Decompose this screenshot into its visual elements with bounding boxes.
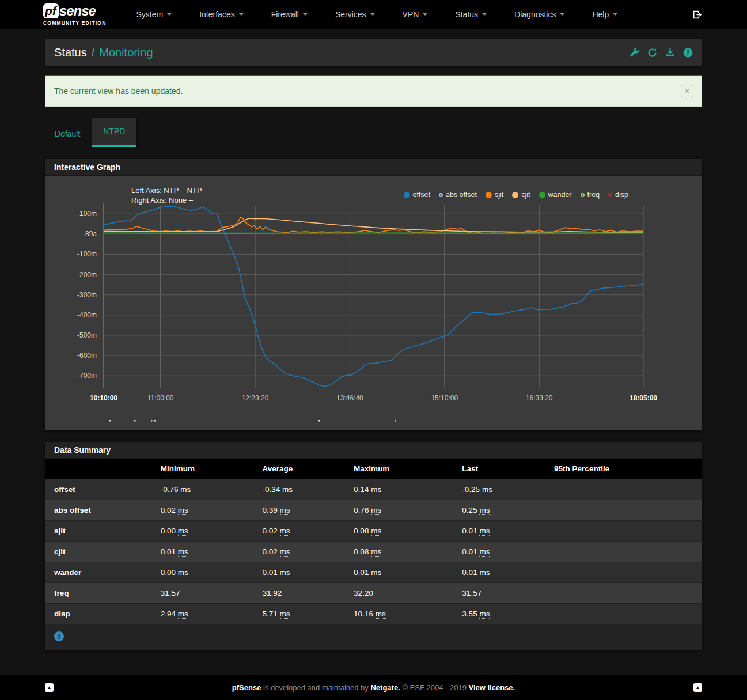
table-cell: 31.57 [461,583,553,604]
series-line-cjit [104,218,643,232]
legend-label: sjit [495,191,503,199]
table-cell: -0.76 ms [160,479,262,500]
nav-item-help[interactable]: Help [578,0,631,29]
graph-panel-title: Interactive Graph [45,159,702,176]
y-axis-tick-label: -700m [77,372,97,380]
scroll-top-icon[interactable]: ▲ [693,683,702,692]
data-summary-title: Data Summary [45,442,702,459]
column-header: Minimum [160,459,262,479]
logout-button[interactable] [692,10,702,20]
legend-dot-icon [486,192,492,198]
chevron-down-icon [560,13,564,16]
chart-right-axis-title: Right Axis: None – [131,195,202,205]
table-cell: 0.01 ms [353,562,461,583]
table-cell: 0.25 ms [461,500,553,521]
update-alert: The current view has been updated. × [45,75,702,107]
unit-label: ms [280,506,290,515]
unit-label: ms [479,547,490,557]
table-cell: 0.08 ms [353,521,461,542]
legend-item-sjit[interactable]: sjit [486,191,503,199]
footer-link[interactable]: View license. [468,683,515,692]
chart-legend: offsetabs offsetsjitcjitwanderfreqdisp [404,191,628,199]
table-row: sjit0.00 ms0.02 ms0.08 ms0.01 ms [45,521,702,542]
nav-item-label: Status [455,10,478,19]
info-icon[interactable]: i [54,631,64,641]
table-cell [553,583,702,604]
column-header: 95th Percentile [553,459,702,479]
breadcrumb-page-link[interactable]: Monitoring [99,46,153,59]
legend-item-disp[interactable]: disp [608,191,628,199]
table-cell: 3.55 ms [461,604,553,625]
footer-link[interactable]: Netgate. [370,683,400,692]
table-row: abs offset0.02 ms0.39 ms0.76 ms0.25 ms [45,500,702,521]
table-cell: 0.01 ms [461,562,553,583]
nav-item-vpn[interactable]: VPN [389,0,442,29]
y-axis-tick-label: -600m [77,351,97,360]
tab-ntpd[interactable]: NTPD [92,118,136,147]
nav-item-status[interactable]: Status [441,0,500,29]
nav-item-diagnostics[interactable]: Diagnostics [500,0,578,29]
wrench-icon[interactable] [629,48,639,58]
y-axis-tick-label: -300m [77,291,97,299]
nav-item-services[interactable]: Services [321,0,389,29]
legend-dot-icon [539,192,545,198]
chart-axis-titles: Left Axis: NTP – NTP Right Axis: None – [131,186,202,205]
legend-label: offset [413,191,430,199]
footer-link[interactable]: pfSense [232,683,261,692]
unit-label: ms [280,547,290,557]
y-axis-tick-label: -100m [77,250,97,258]
unit-label: ms [280,568,290,577]
table-cell: 0.01 ms [461,521,553,542]
download-icon[interactable] [665,48,675,58]
column-header [45,459,160,479]
unit-label: ms [371,485,381,494]
refresh-icon[interactable] [647,48,657,58]
table-cell: 0.00 ms [160,562,262,583]
table-cell: 0.39 ms [262,500,354,521]
x-axis-tick-label: 16:33:20 [526,394,553,402]
legend-item-cjit[interactable]: cjit [512,191,530,199]
table-cell [553,604,702,625]
unit-label: ms [282,485,293,494]
table-cell: 0.00 ms [160,521,262,542]
sign-out-icon [692,10,702,20]
interactive-graph-panel: Interactive Graph 100m-89a-100m-200m-300… [45,159,702,430]
unit-label: ms [280,610,290,619]
unit-label: ms [479,568,490,577]
help-icon[interactable]: ? [682,48,693,58]
nav-item-system[interactable]: System [123,0,186,29]
nav-item-interfaces[interactable]: Interfaces [185,0,257,29]
alert-close-button[interactable]: × [681,85,693,97]
legend-label: freq [587,191,600,199]
table-row: wander0.00 ms0.01 ms0.01 ms0.01 ms [45,562,702,583]
table-cell: -0.25 ms [461,479,553,500]
footer-text: pfSense is developed and maintained by N… [0,683,747,692]
unit-label: ms [280,527,290,536]
legend-item-freq[interactable]: freq [581,191,600,199]
legend-item-offset[interactable]: offset [404,191,430,199]
table-row: disp2.94 ms5.71 ms10.16 ms3.55 ms [45,604,702,625]
pfsense-logo-pf: pf [43,3,59,18]
focus-dot [395,420,396,422]
chart-plot[interactable]: 100m-89a-100m-200m-300m-400m-500m-600m-7… [45,176,702,430]
column-header: Last [461,459,553,479]
chevron-down-icon [613,13,617,16]
legend-item-abs-offset[interactable]: abs offset [439,191,477,199]
legend-item-wander[interactable]: wander [539,191,572,199]
table-cell: -0.34 ms [262,479,354,500]
chevron-down-icon [239,13,244,16]
table-cell: 2.94 ms [160,604,262,625]
x-axis-tick-label: 18:05:00 [630,394,657,402]
pfsense-logo[interactable]: pf sense COMMUNITY EDITION [43,3,107,26]
table-cell [553,542,702,562]
svg-text:?: ? [686,49,689,56]
table-cell: 0.14 ms [353,479,461,500]
chart-left-axis-title: Left Axis: NTP – NTP [131,186,202,195]
tab-default[interactable]: Default [45,120,90,147]
view-tabs: Default NTPD [45,118,702,147]
table-cell: 0.02 ms [262,521,354,542]
nav-item-firewall[interactable]: Firewall [257,0,321,29]
y-axis-tick-label: -500m [77,331,97,339]
unit-label: ms [371,527,381,536]
chevron-down-icon [370,13,375,16]
